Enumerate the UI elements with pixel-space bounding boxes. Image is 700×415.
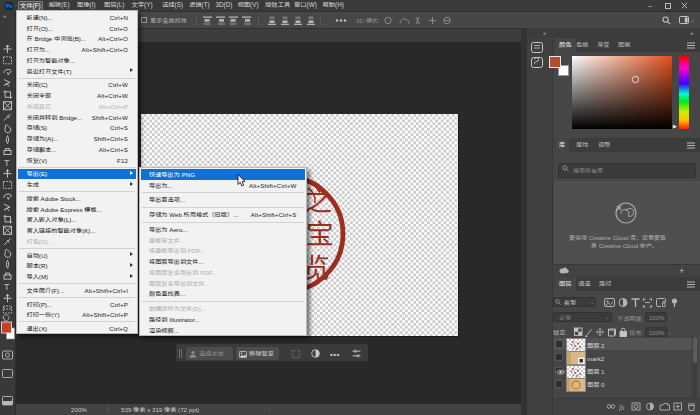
svg-text:Ps: Ps [5, 3, 11, 9]
svg-text:fx: fx [619, 403, 625, 411]
